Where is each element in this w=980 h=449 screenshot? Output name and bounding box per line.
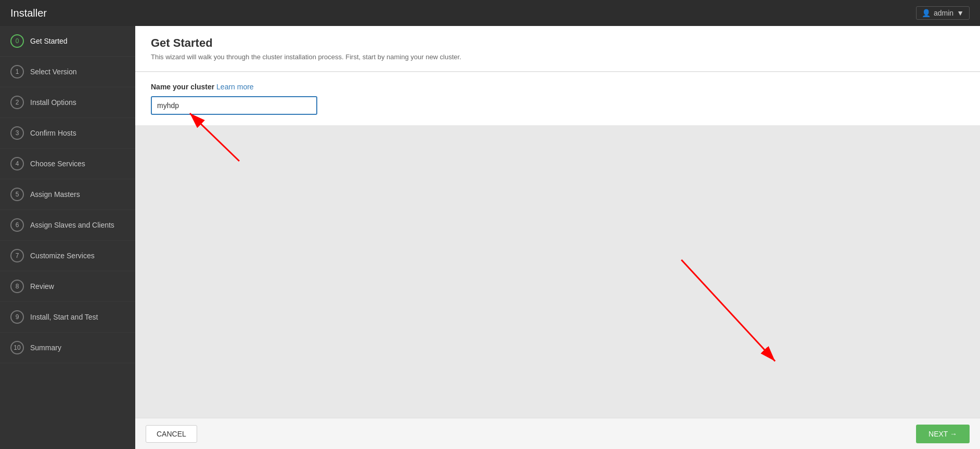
sidebar-item-choose-services[interactable]: 4 Choose Services <box>0 149 135 179</box>
step-circle-10: 10 <box>10 341 24 354</box>
sidebar-label-select-version: Select Version <box>30 68 77 76</box>
sidebar-label-assign-masters: Assign Masters <box>30 190 80 199</box>
learn-more-link[interactable]: Learn more <box>216 83 254 91</box>
user-menu[interactable]: 👤 admin ▼ <box>916 6 970 20</box>
cluster-name-label: Name your cluster Learn more <box>151 83 964 91</box>
sidebar-label-review: Review <box>30 282 54 290</box>
page-title: Get Started <box>151 36 964 50</box>
sidebar-label-get-started: Get Started <box>30 37 68 45</box>
sidebar-label-install-options: Install Options <box>30 98 76 107</box>
sidebar-item-confirm-hosts[interactable]: 3 Confirm Hosts <box>0 118 135 149</box>
page-description: This wizard will walk you through the cl… <box>151 53 964 61</box>
step-circle-4: 4 <box>10 157 24 170</box>
sidebar-item-summary[interactable]: 10 Summary <box>0 333 135 363</box>
dropdown-icon: ▼ <box>957 9 964 17</box>
next-button[interactable]: NEXT → <box>916 425 970 443</box>
sidebar-item-select-version[interactable]: 1 Select Version <box>0 57 135 87</box>
main-layout: 0 Get Started 1 Select Version 2 Install… <box>0 26 980 449</box>
step-circle-7: 7 <box>10 249 24 262</box>
footer: CANCEL NEXT → <box>135 418 980 449</box>
step-circle-1: 1 <box>10 65 24 78</box>
step-circle-8: 8 <box>10 280 24 293</box>
sidebar-item-install-options[interactable]: 2 Install Options <box>0 87 135 118</box>
step-circle-6: 6 <box>10 218 24 232</box>
cluster-name-input[interactable] <box>151 96 317 115</box>
step-circle-5: 5 <box>10 188 24 201</box>
app-title: Installer <box>10 7 47 19</box>
sidebar: 0 Get Started 1 Select Version 2 Install… <box>0 26 135 449</box>
content-header: Get Started This wizard will walk you th… <box>135 26 980 72</box>
step-circle-0: 0 <box>10 34 24 48</box>
sidebar-label-confirm-hosts: Confirm Hosts <box>30 129 76 137</box>
sidebar-item-assign-masters[interactable]: 5 Assign Masters <box>0 179 135 210</box>
sidebar-item-install-start-test[interactable]: 9 Install, Start and Test <box>0 302 135 333</box>
sidebar-label-summary: Summary <box>30 344 61 352</box>
user-icon: 👤 <box>922 9 931 17</box>
sidebar-label-install-start-test: Install, Start and Test <box>30 313 98 321</box>
sidebar-item-assign-slaves[interactable]: 6 Assign Slaves and Clients <box>0 210 135 241</box>
app-header: Installer 👤 admin ▼ <box>0 0 980 26</box>
content-body: Name your cluster Learn more <box>135 72 980 125</box>
step-circle-2: 2 <box>10 96 24 109</box>
sidebar-label-choose-services: Choose Services <box>30 160 85 168</box>
cancel-button[interactable]: CANCEL <box>146 425 197 443</box>
sidebar-item-review[interactable]: 8 Review <box>0 271 135 302</box>
sidebar-label-assign-slaves: Assign Slaves and Clients <box>30 221 114 229</box>
sidebar-label-customize-services: Customize Services <box>30 252 95 260</box>
username-label: admin <box>934 9 953 17</box>
step-circle-3: 3 <box>10 126 24 140</box>
content-main: Get Started This wizard will walk you th… <box>135 26 980 418</box>
content-area: Get Started This wizard will walk you th… <box>135 26 980 449</box>
step-circle-9: 9 <box>10 310 24 324</box>
sidebar-item-get-started[interactable]: 0 Get Started <box>0 26 135 57</box>
sidebar-item-customize-services[interactable]: 7 Customize Services <box>0 241 135 271</box>
